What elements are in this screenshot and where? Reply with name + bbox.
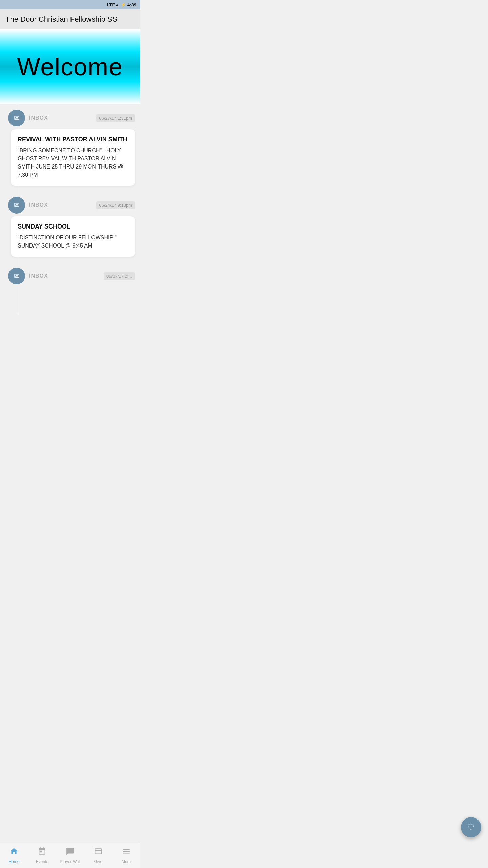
envelope-icon-wrapper-2: ✉	[8, 197, 25, 214]
message-body-1: "BRING SOMEONE TO CHURCH" - HOLY GHOST R…	[18, 146, 128, 179]
inbox-left-2: ✉ INBOX	[8, 197, 48, 214]
timeline-item-1: ✉ INBOX 06/27/17 1:31pm REVIVAL WITH PAS…	[0, 104, 140, 191]
inbox-label-3: INBOX	[29, 273, 48, 279]
timeline-item-3: ✉ INBOX 06/07/17 2:...	[0, 262, 140, 314]
envelope-icon-1: ✉	[14, 114, 20, 122]
status-icons: LTE▲ ⚡ 4:39	[107, 2, 137, 7]
message-title-2: SUNDAY SCHOOL	[18, 223, 128, 230]
main-content: ✉ INBOX 06/27/17 1:31pm REVIVAL WITH PAS…	[0, 104, 140, 314]
inbox-date-3: 06/07/17 2:...	[104, 272, 135, 280]
envelope-icon-wrapper-1: ✉	[8, 110, 25, 126]
inbox-row-3: ✉ INBOX 06/07/17 2:...	[8, 268, 135, 284]
status-bar: LTE▲ ⚡ 4:39	[0, 0, 140, 9]
message-body-2: "DISTINCTION OF OUR FELLOWSHIP " SUNDAY …	[18, 234, 128, 250]
app-title: The Door Christian Fellowship SS	[5, 15, 117, 23]
signal-indicator: LTE▲	[107, 2, 119, 7]
inbox-left-1: ✉ INBOX	[8, 110, 48, 126]
welcome-banner: Welcome	[0, 29, 140, 104]
envelope-icon-2: ✉	[14, 201, 20, 209]
message-title-1: REVIVAL WITH PASTOR ALVIN SMITH	[18, 136, 128, 143]
clock: 4:39	[127, 2, 136, 7]
envelope-icon-wrapper-3: ✉	[8, 268, 25, 284]
message-card-2[interactable]: SUNDAY SCHOOL "DISTINCTION OF OUR FELLOW…	[11, 216, 135, 257]
message-card-1[interactable]: REVIVAL WITH PASTOR ALVIN SMITH "BRING S…	[11, 129, 135, 186]
timeline-item-2: ✉ INBOX 06/24/17 9:13pm SUNDAY SCHOOL "D…	[0, 191, 140, 262]
inbox-date-2: 06/24/17 9:13pm	[96, 201, 135, 209]
inbox-label-2: INBOX	[29, 202, 48, 208]
welcome-text: Welcome	[17, 53, 123, 81]
inbox-date-1: 06/27/17 1:31pm	[96, 114, 135, 122]
battery-icon: ⚡	[121, 2, 126, 7]
inbox-row-2: ✉ INBOX 06/24/17 9:13pm	[8, 197, 135, 214]
inbox-left-3: ✉ INBOX	[8, 268, 48, 284]
app-header: The Door Christian Fellowship SS	[0, 9, 140, 29]
envelope-icon-3: ✉	[14, 272, 20, 280]
inbox-row-1: ✉ INBOX 06/27/17 1:31pm	[8, 110, 135, 126]
inbox-label-1: INBOX	[29, 115, 48, 121]
